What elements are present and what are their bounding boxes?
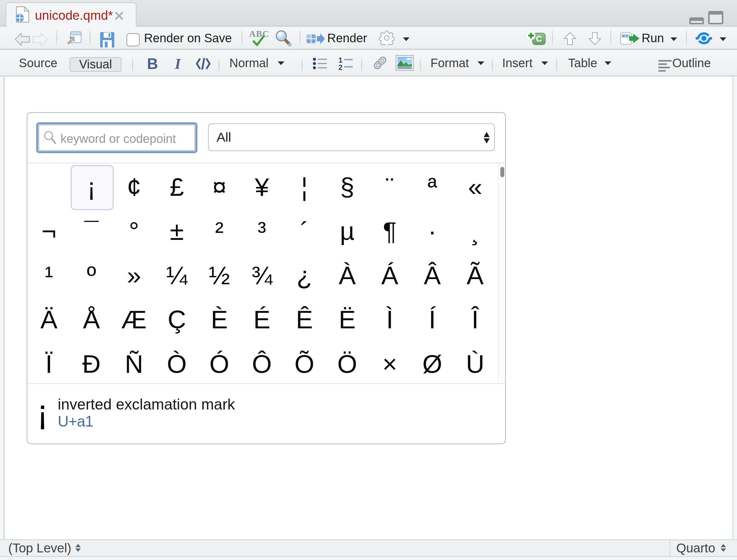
- svg-text:2: 2: [339, 63, 343, 71]
